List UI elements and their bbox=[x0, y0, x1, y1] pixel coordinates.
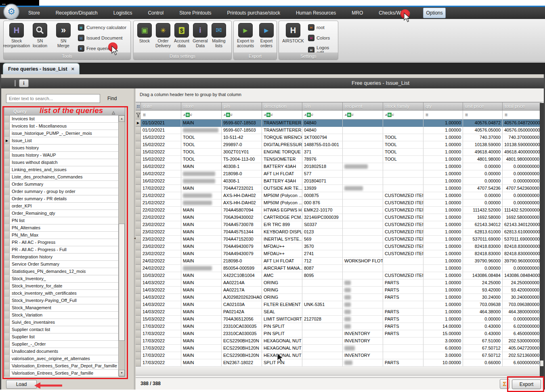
filter-cell-description[interactable]: ABC bbox=[262, 111, 302, 119]
ribbon-button-currency-calculator[interactable]: ▦Currency calculator bbox=[78, 24, 126, 31]
ribbon-button-sn-merge[interactable]: »SN Merge bbox=[52, 23, 75, 48]
menu-item-reception-dispatch[interactable]: Reception/Dispatch bbox=[53, 8, 100, 18]
table-row[interactable]: ▶01/10/2021MAIN9599-607-18503TRANSMITTER… bbox=[136, 119, 541, 127]
table-row[interactable]: 01/10/20219599-607-18503TRANSMITTERER...… bbox=[136, 127, 541, 134]
menu-item-store[interactable]: Store bbox=[26, 8, 42, 18]
table-row[interactable]: 23/02/2022MAIN704A45751344KEYBOARD DISPL… bbox=[136, 228, 541, 236]
ribbon-button-airstock[interactable]: HAIRSTOCK bbox=[281, 23, 306, 44]
filter-abc-icon[interactable]: ABC bbox=[224, 113, 233, 117]
column-header-store[interactable]: store bbox=[181, 102, 222, 111]
table-row[interactable]: 16/02/202240308-1BATTERY 43AH2018040711.… bbox=[136, 178, 541, 185]
query-list-item[interactable]: Issues history bbox=[4, 145, 119, 152]
table-row[interactable]: 15/03/2022MAIN704A36512056LIMIT SWITCH3R… bbox=[136, 316, 541, 323]
table-row[interactable]: 23/02/2022MAIN704A49430079MFDAU++2741CUS… bbox=[136, 250, 541, 258]
ribbon-button-issued-document[interactable]: ▤Issued Document bbox=[78, 35, 123, 41]
menu-item-human-resources[interactable]: Human Resources bbox=[293, 8, 338, 18]
table-row[interactable]: 15/02/2022TOOLT5-2004-113-00TENSIOMETER7… bbox=[136, 156, 541, 163]
query-list-item[interactable]: issue_historique_PUMP_-_Dernier_mois bbox=[4, 130, 119, 137]
menu-item-checks-works[interactable]: Checks/Works bbox=[376, 8, 412, 18]
app-logo-icon[interactable]: ⚙ bbox=[3, 4, 19, 20]
query-list-item[interactable]: Order_Remaining_qty bbox=[4, 210, 119, 217]
menu-item-options[interactable]: Options bbox=[423, 8, 445, 18]
query-list-item[interactable]: Linking_entries_and_issues bbox=[4, 166, 119, 174]
query-list-item[interactable]: Order summary - group by order bbox=[4, 188, 119, 195]
ribbon-button-stock-reorganisation[interactable]: HStock reorganisation bbox=[5, 23, 28, 48]
table-row[interactable]: 15/02/2022TOOL299897-0DIGITALPRESSUR...1… bbox=[136, 141, 541, 149]
filter-abc-icon[interactable]: ABC bbox=[345, 113, 354, 117]
scrollbar-thumb[interactable] bbox=[119, 224, 125, 341]
query-list-item[interactable]: order_KPI bbox=[4, 203, 119, 210]
menu-item-logistics[interactable]: Logistics bbox=[111, 8, 135, 18]
table-row[interactable]: 14/03/2022MAINAJ0298202620HA0ORINGPARTS1… bbox=[136, 294, 541, 301]
find-button[interactable]: Find bbox=[107, 96, 117, 101]
filter-cell-p-n[interactable]: ABC bbox=[222, 111, 262, 119]
ribbon-button-general-data[interactable]: iGeneral Data bbox=[191, 23, 210, 48]
table-row[interactable]: 24/02/2022850054-000599AIRCRAFT MANA...8… bbox=[136, 265, 541, 272]
table-row[interactable]: 23/02/2022MAIN704A47152030INERTIAL SYSTE… bbox=[136, 236, 541, 243]
column-header-s-n[interactable]: s/n bbox=[302, 102, 343, 111]
ribbon-button-export-orders[interactable]: ▶Export orders bbox=[256, 23, 277, 48]
table-row[interactable]: 14/03/2022MAINPA02142ASEALPARTS1.0000046… bbox=[136, 308, 541, 316]
table-row[interactable]: 21/02/2022AXS-HH-DAH02MP50M (Polycon ...… bbox=[136, 199, 541, 207]
query-list-item[interactable]: Unallocated documents bbox=[4, 348, 119, 355]
group-by-bar[interactable]: Drag a column header here to group by th… bbox=[136, 88, 544, 102]
query-list-item[interactable]: Supplier contact list bbox=[4, 326, 119, 333]
query-list-item[interactable]: Invoices list bbox=[4, 115, 119, 123]
ribbon-button-stock[interactable]: ▣Stock bbox=[135, 23, 154, 44]
query-list-item[interactable]: Order Summary bbox=[4, 181, 119, 188]
scroll-down-icon[interactable]: ▼ bbox=[119, 370, 125, 376]
filter-funnel-icon[interactable] bbox=[136, 111, 141, 119]
table-row[interactable]: 24/02/2022MAIN218098-0AFT LH FLOAT712WOR… bbox=[136, 258, 541, 265]
grid-vertical-scrollbar[interactable] bbox=[540, 103, 544, 377]
scroll-up-icon[interactable]: ▲ bbox=[119, 115, 125, 122]
column-header-p-n[interactable]: p/n bbox=[222, 102, 262, 111]
query-list-item[interactable]: Stock_Inventory_for_date bbox=[4, 283, 119, 290]
query-list-item[interactable]: valorisation_avec_origine_et_alternates bbox=[4, 355, 119, 363]
filter-abc-icon[interactable]: ABC bbox=[183, 113, 192, 117]
filter-equals-icon[interactable]: = bbox=[143, 112, 146, 118]
filter-abc-icon[interactable]: ABC bbox=[304, 113, 313, 117]
query-list-item[interactable]: ▶Issue_List bbox=[4, 137, 119, 145]
table-row[interactable]: 16/02/2022218098-0AFT LH FLOAT5771.00000… bbox=[136, 170, 541, 178]
table-row[interactable]: 17/02/2022MAIN704A47232021OUTSIDE AIR TE… bbox=[136, 185, 541, 192]
sum-sigma-button[interactable]: Σ bbox=[500, 379, 509, 389]
ribbon-button-colors[interactable]: HColors bbox=[308, 35, 330, 41]
query-list-item[interactable]: Stock_Inventory-Paying_Off_Full bbox=[4, 297, 119, 304]
table-row[interactable]: 17/03/2022MAIN23310CA030035PIN SPLITINVE… bbox=[136, 330, 541, 337]
query-list-item[interactable]: Stock_Inventory_ bbox=[4, 275, 119, 283]
filter-cell-store[interactable]: ABC bbox=[181, 111, 222, 119]
ribbon-button-export-to-accounts[interactable]: ▶Export to accounts bbox=[235, 23, 256, 48]
menu-item-control[interactable]: Control bbox=[145, 8, 166, 18]
filter-cell-s-n[interactable]: ABC bbox=[302, 111, 343, 119]
table-row[interactable]: 17/03/2022MAINECS2290BH120NHEXAGONAL NUT… bbox=[136, 345, 541, 352]
column-header-description[interactable]: description bbox=[262, 102, 302, 111]
table-row[interactable]: 14/03/2022MAINAA02214AORINGPARTS1.000002… bbox=[136, 279, 541, 287]
query-list-item[interactable]: Supplier list bbox=[4, 333, 119, 341]
table-row[interactable]: 22/02/2022MAIN706A39430002CARTRIDGE PCM.… bbox=[136, 214, 541, 221]
ribbon-button-sn-location[interactable]: SN location bbox=[29, 23, 51, 48]
filter-equals-icon[interactable]: = bbox=[465, 112, 468, 118]
menu-item-printouts-purchase-stock[interactable]: Printouts purchase/stock bbox=[225, 8, 283, 18]
query-list-item[interactable]: stock_inventory_with_certificates bbox=[4, 290, 119, 297]
column-header-stock-family[interactable]: stock family bbox=[383, 102, 423, 111]
table-row[interactable]: 17/03/2022MAINEN2367-18022SPLIT PINPARTS… bbox=[136, 359, 541, 367]
table-row[interactable]: 14/03/2022MAINAA02217AORINGPARTS1.000009… bbox=[136, 287, 541, 294]
filter-equals-icon[interactable]: = bbox=[426, 112, 428, 118]
column-header-recipient[interactable]: recipient bbox=[343, 102, 383, 111]
query-list-item[interactable]: PN_Min_Max bbox=[4, 232, 119, 239]
table-row[interactable]: 17/03/2022MAINECS2290BH120NHEXAGONAL NUT… bbox=[136, 352, 541, 359]
query-list-item[interactable]: Order summary - PR details bbox=[4, 195, 119, 203]
ribbon-button-mailing-lists[interactable]: ✉Mailing lists bbox=[210, 23, 228, 48]
column-header-unit-price[interactable]: unit price bbox=[463, 102, 503, 111]
search-input[interactable] bbox=[6, 94, 100, 103]
filter-cell-unit-price[interactable]: = bbox=[463, 111, 503, 119]
query-list-item[interactable]: PR - All AC - Progress - Full bbox=[4, 246, 119, 254]
query-list-item[interactable]: PN_Alternates bbox=[4, 224, 119, 232]
query-list-item[interactable]: Service Order Summary bbox=[4, 261, 119, 268]
query-list-header[interactable]: Query △ bbox=[4, 107, 125, 115]
query-list-item[interactable]: PN list bbox=[4, 217, 119, 224]
query-list-item[interactable]: Supplier_-_Order bbox=[4, 341, 119, 348]
query-list-item[interactable]: Reintegration history bbox=[4, 254, 119, 261]
table-row[interactable]: 17/03/2022MAINECS2290BH120NHEXAGONAL NUT… bbox=[136, 337, 541, 345]
ribbon-button-root[interactable]: Hroot bbox=[308, 24, 325, 31]
